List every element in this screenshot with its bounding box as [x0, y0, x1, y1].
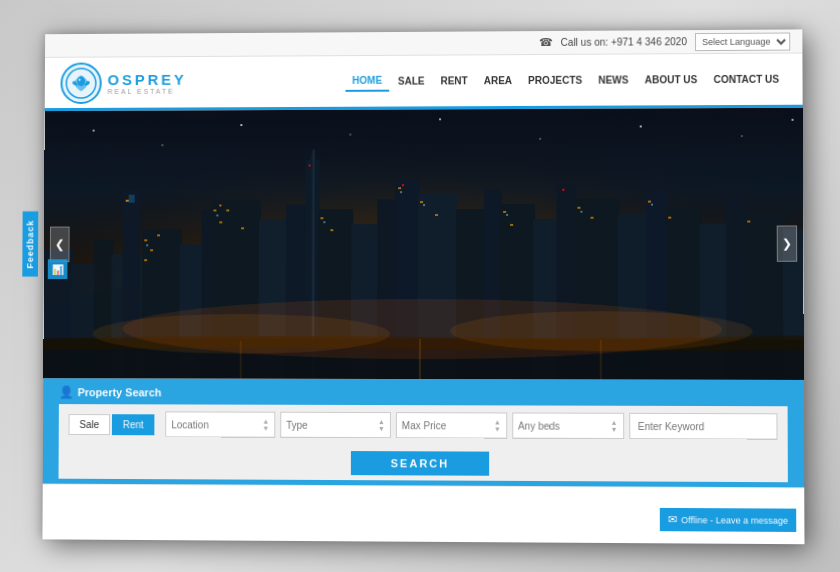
nav-links: HOME SALE RENT AREA PROJECTS NEWS ABOUT … — [206, 69, 786, 93]
nav-contact[interactable]: CONTACT US — [706, 70, 786, 89]
feedback-tab[interactable]: Feedback — [22, 212, 38, 277]
svg-rect-67 — [510, 224, 513, 226]
logo-name: OSPREY — [108, 70, 187, 87]
nav-about[interactable]: ABOUT US — [638, 70, 705, 89]
svg-point-8 — [240, 124, 242, 126]
svg-rect-79 — [580, 211, 582, 213]
svg-rect-56 — [157, 234, 160, 236]
svg-rect-61 — [320, 217, 323, 219]
svg-point-9 — [350, 134, 351, 135]
svg-point-7 — [162, 144, 164, 146]
svg-rect-58 — [219, 221, 222, 223]
logo[interactable]: OSPREY REAL ESTATE — [60, 61, 186, 103]
rent-tab[interactable]: Rent — [112, 414, 155, 435]
nav-area[interactable]: AREA — [477, 71, 519, 90]
svg-rect-48 — [126, 200, 129, 202]
svg-point-13 — [741, 135, 742, 136]
svg-rect-77 — [423, 204, 425, 206]
nav-news[interactable]: NEWS — [591, 70, 635, 89]
svg-rect-54 — [150, 249, 153, 251]
logo-sub: REAL ESTATE — [108, 87, 187, 94]
chart-icon[interactable]: 📊 — [48, 259, 68, 279]
svg-point-6 — [93, 130, 95, 132]
keyword-field — [629, 413, 778, 440]
phone-text: Call us on: +971 4 346 2020 — [561, 36, 687, 48]
svg-rect-69 — [591, 217, 594, 219]
svg-rect-51 — [402, 184, 404, 186]
svg-rect-70 — [648, 201, 651, 203]
svg-rect-68 — [577, 207, 580, 209]
type-arrows: ▲▼ — [378, 418, 385, 432]
nav-rent[interactable]: RENT — [434, 71, 475, 90]
svg-point-10 — [439, 118, 441, 120]
chat-icon: ✉ — [668, 513, 677, 526]
svg-rect-20 — [129, 195, 135, 203]
svg-point-12 — [640, 125, 642, 127]
svg-rect-65 — [435, 214, 438, 216]
type-field: ▲▼ — [280, 412, 391, 438]
search-title: 👤 Property Search — [59, 385, 788, 401]
svg-rect-55 — [144, 259, 147, 261]
svg-rect-73 — [146, 244, 148, 246]
svg-rect-75 — [323, 221, 325, 223]
svg-point-2 — [79, 78, 81, 80]
price-field: ▲▼ — [396, 412, 507, 438]
svg-rect-52 — [562, 189, 564, 191]
svg-rect-80 — [651, 204, 653, 206]
tab-group: Sale Rent — [69, 414, 155, 435]
phone-icon: ☎ — [539, 36, 553, 49]
svg-rect-64 — [420, 201, 423, 203]
type-input[interactable] — [286, 419, 378, 430]
logo-text-group: OSPREY REAL ESTATE — [108, 70, 187, 94]
location-input[interactable] — [171, 419, 262, 430]
svg-rect-63 — [398, 187, 401, 189]
svg-rect-71 — [668, 217, 671, 219]
svg-point-11 — [539, 138, 541, 140]
beds-arrows: ▲▼ — [611, 419, 618, 433]
city-skyline — [43, 108, 803, 380]
price-arrows: ▲▼ — [494, 418, 501, 432]
location-arrows: ▲▼ — [262, 418, 269, 432]
nav-sale[interactable]: SALE — [391, 72, 432, 91]
logo-icon — [60, 62, 101, 104]
offline-label: Offline - Leave a message — [681, 515, 788, 526]
next-arrow[interactable]: ❯ — [777, 225, 797, 261]
svg-rect-72 — [747, 221, 750, 223]
svg-rect-74 — [216, 214, 218, 216]
sale-tab[interactable]: Sale — [69, 414, 110, 435]
price-input[interactable] — [402, 420, 494, 431]
beds-field: ▲▼ — [512, 412, 624, 439]
language-select[interactable]: Select Language — [695, 32, 790, 51]
nav-bar: OSPREY REAL ESTATE HOME SALE RENT AREA P… — [45, 54, 803, 112]
beds-input[interactable] — [518, 420, 611, 431]
search-section: 👤 Property Search Sale Rent ▲▼ — [43, 378, 804, 487]
svg-rect-62 — [330, 229, 333, 231]
svg-rect-66 — [503, 211, 506, 213]
svg-rect-50 — [309, 165, 311, 167]
search-controls: Sale Rent ▲▼ ▲▼ — [59, 404, 788, 447]
person-icon: 👤 — [59, 385, 74, 399]
svg-rect-60 — [241, 227, 244, 229]
svg-rect-49 — [219, 205, 221, 207]
search-btn-row: SEARCH — [59, 444, 788, 482]
prev-arrow[interactable]: ❮ — [50, 227, 70, 263]
svg-rect-57 — [213, 209, 216, 211]
nav-home[interactable]: HOME — [345, 71, 389, 92]
nav-projects[interactable]: PROJECTS — [521, 71, 589, 90]
search-button[interactable]: SEARCH — [351, 451, 490, 476]
svg-point-14 — [792, 119, 794, 121]
svg-rect-78 — [506, 214, 508, 216]
svg-rect-76 — [400, 191, 402, 193]
svg-rect-59 — [226, 209, 229, 211]
hero-section: ❮ ❯ 📊 — [43, 108, 803, 380]
location-field: ▲▼ — [165, 411, 275, 437]
svg-rect-53 — [144, 239, 147, 241]
offline-chat-button[interactable]: ✉ Offline - Leave a message — [660, 508, 796, 532]
keyword-input[interactable] — [638, 420, 768, 432]
